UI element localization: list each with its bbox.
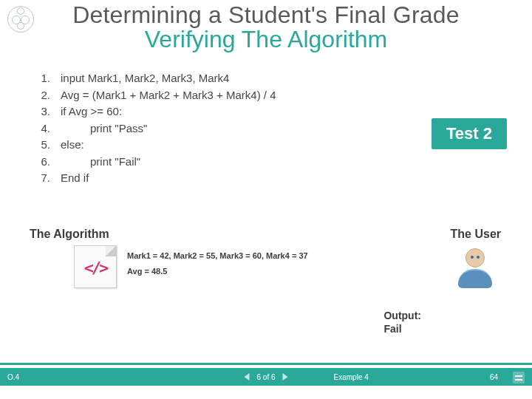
- page-fold-icon: [106, 246, 116, 256]
- prev-icon[interactable]: [244, 373, 249, 381]
- next-icon[interactable]: [283, 373, 288, 381]
- bottom-margin: [0, 386, 532, 399]
- decorative-circles: [17, 22, 24, 30]
- title-line-1: Determining a Student's Final Grade: [0, 1, 532, 29]
- user-label: The User: [451, 228, 501, 241]
- menu-button-icon[interactable]: [513, 372, 525, 383]
- test-badge: Test 2: [432, 118, 507, 149]
- version-label: O.4: [0, 373, 59, 381]
- algorithm-listing: 1.input Mark1, Mark2, Mark3, Mark4 2.Avg…: [30, 70, 377, 187]
- trace-avg: Avg = 48.5: [127, 264, 308, 279]
- execution-trace: Mark1 = 42, Mark2 = 55, Mark3 = 60, Mark…: [127, 248, 308, 279]
- example-label: Example 4: [334, 373, 369, 381]
- algorithm-label: The Algorithm: [30, 228, 109, 241]
- code-glyph-icon: </>: [84, 259, 107, 277]
- user-avatar-icon: [457, 248, 494, 290]
- slide-title: Determining a Student's Final Grade Veri…: [0, 0, 532, 53]
- title-line-2: Verifying The Algorithm: [0, 26, 532, 53]
- progress-text: 6 of 6: [256, 373, 275, 381]
- trace-inputs: Mark1 = 42, Mark2 = 55, Mark3 = 60, Mark…: [127, 248, 308, 264]
- output-value: Fail: [383, 322, 421, 335]
- accent-strip: [0, 363, 532, 365]
- code-file-icon: </>: [74, 245, 117, 288]
- decorative-circles: [17, 7, 24, 15]
- output-label: Output:: [383, 309, 421, 322]
- progress-nav: 6 of 6: [244, 373, 287, 381]
- footer-bar: O.4 6 of 6 Example 4 64: [0, 368, 532, 386]
- slide-number: 64: [490, 373, 532, 381]
- output-block: Output: Fail: [383, 309, 421, 335]
